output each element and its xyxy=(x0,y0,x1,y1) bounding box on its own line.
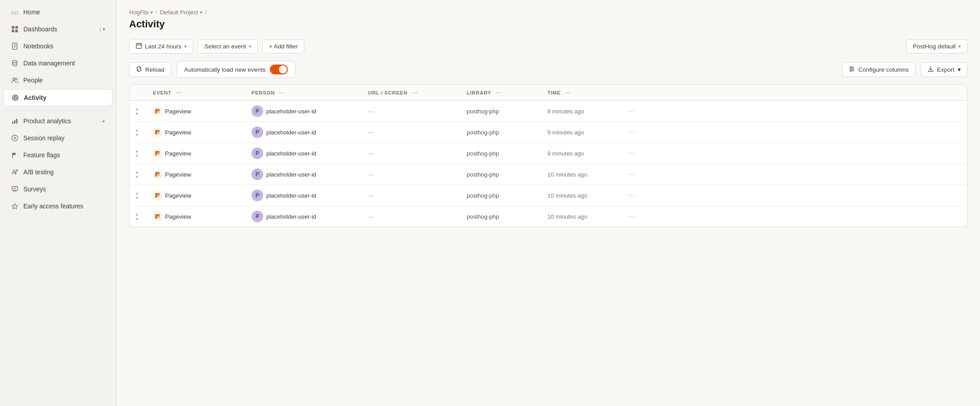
sidebar-item-surveys[interactable]: Surveys xyxy=(4,181,113,197)
sidebar-item-notebooks[interactable]: Notebooks xyxy=(4,38,113,54)
sidebar-item-activity[interactable]: Activity xyxy=(4,89,113,106)
url-value: — xyxy=(368,213,374,220)
expand-arrows[interactable]: ▲ ▼ xyxy=(135,107,139,116)
td-url: — xyxy=(363,125,461,140)
event-filter-button[interactable]: Select an event ▾ xyxy=(198,39,258,53)
reload-icon xyxy=(136,66,142,73)
td-url: — xyxy=(363,209,461,225)
row-menu-dots[interactable]: ··· xyxy=(628,170,635,178)
toolbar-row2: Reload Automatically load new events Con… xyxy=(129,61,967,78)
person-id[interactable]: placeholder-user-id xyxy=(266,213,316,220)
event-name: Pageview xyxy=(165,129,191,136)
td-library: posthog-php xyxy=(461,167,542,182)
table-row[interactable]: ▲ ▼ Pageview P placeholder-user-id — pos… xyxy=(130,122,967,143)
export-icon xyxy=(928,66,934,73)
page-title: Activity xyxy=(129,18,967,30)
td-event: Pageview xyxy=(147,102,246,120)
expand-arrows[interactable]: ▲ ▼ xyxy=(135,191,139,200)
td-event: Pageview xyxy=(147,186,246,204)
reload-button[interactable]: Reload xyxy=(129,62,171,77)
person-id[interactable]: placeholder-user-id xyxy=(266,150,316,157)
sidebar-item-ab-testing[interactable]: A/B testing xyxy=(4,164,113,180)
svg-point-10 xyxy=(16,78,17,80)
sidebar-item-session-replay[interactable]: Session replay xyxy=(4,130,113,146)
person-id[interactable]: placeholder-user-id xyxy=(266,192,316,199)
td-person: P placeholder-user-id xyxy=(246,206,363,227)
table-row[interactable]: ▲ ▼ Pageview P placeholder-user-id — pos… xyxy=(130,185,967,206)
table-row[interactable]: ▲ ▼ Pageview P placeholder-user-id — pos… xyxy=(130,164,967,185)
td-row-menu[interactable]: ··· xyxy=(623,124,641,141)
column-menu-person[interactable]: ··· xyxy=(279,89,285,96)
row-menu-dots[interactable]: ··· xyxy=(628,128,635,136)
expand-arrows[interactable]: ▲ ▼ xyxy=(135,128,139,137)
svg-rect-20 xyxy=(12,186,17,190)
svg-point-12 xyxy=(14,97,17,99)
configure-columns-button[interactable]: Configure columns xyxy=(842,62,915,77)
td-row-menu[interactable]: ··· xyxy=(623,187,641,204)
activity-icon xyxy=(11,94,19,102)
svg-point-32 xyxy=(850,70,852,71)
sidebar-item-feature-flags[interactable]: Feature flags xyxy=(4,147,113,163)
table-row[interactable]: ▲ ▼ Pageview P placeholder-user-id — pos… xyxy=(130,206,967,227)
column-menu-library[interactable]: ··· xyxy=(496,89,502,96)
td-url: — xyxy=(363,104,461,119)
th-actions xyxy=(623,85,641,100)
column-menu-event[interactable]: ··· xyxy=(176,89,182,96)
expand-arrows[interactable]: ▲ ▼ xyxy=(135,149,139,158)
row-menu-dots[interactable]: ··· xyxy=(628,149,635,157)
time-filter-button[interactable]: Last 24 hours ▾ xyxy=(129,39,193,54)
td-person: P placeholder-user-id xyxy=(246,101,363,121)
people-icon xyxy=(11,76,19,84)
breadcrumb-project[interactable]: HogFlix ▾ xyxy=(129,9,153,16)
add-filter-button[interactable]: + Add filter xyxy=(262,39,304,53)
person-id[interactable]: placeholder-user-id xyxy=(266,129,316,136)
expand-arrows[interactable]: ▲ ▼ xyxy=(135,170,139,179)
home-icon: ⌂ xyxy=(11,8,19,16)
export-button[interactable]: Export ▾ xyxy=(921,62,967,77)
sidebar-item-data-management[interactable]: Data management xyxy=(4,55,113,71)
person-id[interactable]: placeholder-user-id xyxy=(266,171,316,178)
avatar: P xyxy=(252,190,263,201)
pageview-icon xyxy=(153,170,162,179)
breadcrumb-subproject[interactable]: Default Project ▾ xyxy=(160,9,202,16)
table-row[interactable]: ▲ ▼ Pageview P placeholder-user-id — pos… xyxy=(130,143,967,164)
th-time: TIME ··· xyxy=(542,85,623,100)
td-time: 10 minutes ago xyxy=(542,209,623,225)
early-access-icon xyxy=(11,202,19,210)
td-expand: ▲ ▼ xyxy=(130,207,147,226)
sidebar-item-home[interactable]: ⌂ Home xyxy=(4,4,113,20)
svg-rect-18 xyxy=(13,153,16,155)
svg-marker-57 xyxy=(155,214,157,216)
th-event: EVENT ··· xyxy=(147,85,246,100)
td-row-menu[interactable]: ··· xyxy=(623,103,641,120)
expand-arrows[interactable]: ▲ ▼ xyxy=(135,212,139,221)
person-id[interactable]: placeholder-user-id xyxy=(266,108,316,115)
row-menu-dots[interactable]: ··· xyxy=(628,212,635,220)
td-time: 9 minutes ago xyxy=(542,104,623,119)
row-menu-dots[interactable]: ··· xyxy=(628,191,635,199)
avatar: P xyxy=(252,147,263,159)
url-value: — xyxy=(368,108,374,115)
sidebar-item-dashboards[interactable]: Dashboards ｜▾ xyxy=(4,21,113,37)
td-row-menu[interactable]: ··· xyxy=(623,166,641,183)
plus-icon[interactable]: + xyxy=(102,117,105,125)
td-row-menu[interactable]: ··· xyxy=(623,145,641,162)
td-person: P placeholder-user-id xyxy=(246,122,363,143)
library-value: posthog-php xyxy=(467,108,499,115)
table-row[interactable]: ▲ ▼ Pageview P placeholder-user-id — pos… xyxy=(130,101,967,122)
toolbar-row1: Last 24 hours ▾ Select an event ▾ + Add … xyxy=(129,39,967,54)
configure-icon xyxy=(849,66,855,73)
sidebar-item-early-access[interactable]: Early access features xyxy=(4,198,113,214)
sidebar-item-product-analytics[interactable]: Product analytics + xyxy=(4,113,113,129)
column-menu-time[interactable]: ··· xyxy=(565,89,571,96)
svg-marker-37 xyxy=(155,109,157,111)
td-row-menu[interactable]: ··· xyxy=(623,208,641,225)
chevron-down-icon: ▾ xyxy=(151,10,153,15)
svg-rect-1 xyxy=(15,26,18,29)
row-menu-dots[interactable]: ··· xyxy=(628,107,635,115)
sidebar-item-people[interactable]: People xyxy=(4,72,113,88)
cluster-select-button[interactable]: PostHog default ▾ xyxy=(906,39,967,53)
column-menu-url[interactable]: ··· xyxy=(412,89,418,96)
svg-marker-49 xyxy=(155,172,157,174)
auto-load-toggle[interactable] xyxy=(270,65,288,74)
